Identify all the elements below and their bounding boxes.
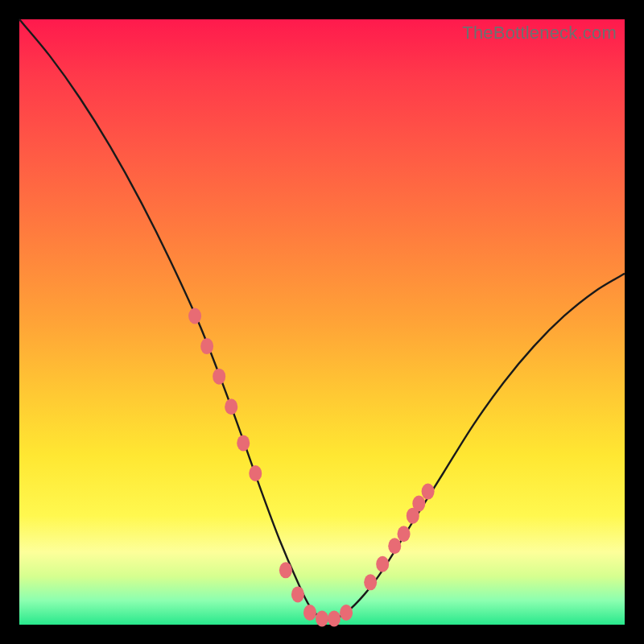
- marker-point: [412, 496, 425, 512]
- marker-point: [340, 605, 353, 621]
- marker-group: [188, 308, 435, 626]
- marker-point: [237, 435, 250, 451]
- curve-svg: [19, 19, 625, 625]
- chart-frame: TheBottleneck.com: [0, 0, 644, 644]
- marker-point: [376, 556, 389, 572]
- marker-point: [364, 574, 377, 590]
- marker-point: [291, 586, 304, 602]
- marker-point: [422, 484, 435, 500]
- marker-point: [279, 562, 292, 578]
- marker-point: [188, 308, 201, 324]
- marker-point: [213, 369, 225, 385]
- marker-point: [303, 605, 316, 621]
- chart-plot-area: TheBottleneck.com: [19, 19, 625, 625]
- bottleneck-curve: [19, 19, 625, 620]
- marker-point: [328, 610, 341, 626]
- marker-point: [249, 465, 262, 481]
- marker-point: [225, 398, 237, 415]
- marker-point: [388, 538, 401, 554]
- marker-point: [316, 610, 328, 626]
- marker-point: [200, 338, 213, 354]
- marker-point: [398, 526, 411, 542]
